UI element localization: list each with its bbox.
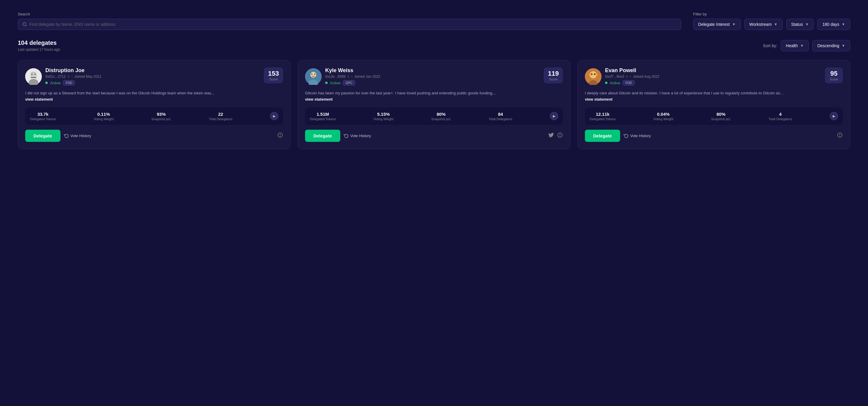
card-name-section: Kyle Weiss 0xc2e...6099 ⎘ • Joined Jan 2… [325, 67, 380, 85]
workstream-tag: FDD [623, 80, 635, 85]
delegates-updated: Last updated 17 hours ago [18, 48, 60, 52]
stat-voting-weight: 5.15% Voting Weight [374, 112, 394, 121]
chevron-down-icon: ▼ [842, 22, 845, 26]
svg-point-5 [31, 72, 36, 78]
search-input-wrap [18, 19, 681, 30]
stat-delegated-tokens: 1.51M Delegated Tokens [310, 112, 336, 121]
filter-dropdowns: Delegate Interest ▼ Workstream ▼ Status … [693, 19, 850, 30]
status-dropdown[interactable]: Status ▼ [786, 19, 814, 30]
discourse-icon[interactable] [837, 132, 843, 140]
score-box: 119 Score [544, 67, 563, 83]
play-button[interactable]: ▶ [830, 112, 838, 120]
delegate-name: Distruption Joe [45, 67, 101, 74]
svg-line-1 [26, 25, 26, 26]
search-section: Search [18, 12, 681, 30]
card-statement: I deeply care about Gitcoin and its miss… [585, 90, 843, 103]
vote-history-button[interactable]: Vote History [344, 133, 371, 138]
sort-direction-dropdown[interactable]: Descending ▼ [812, 40, 850, 51]
chevron-down-icon: ▼ [800, 44, 804, 48]
delegate-interest-dropdown[interactable]: Delegate Interest ▼ [693, 19, 741, 30]
delegates-grid: Distruption Joe 0x01c...2712 ⎘ • Joined … [18, 60, 850, 149]
stat-voting-weight: 0.11% Voting Weight [94, 112, 114, 121]
status-indicator [45, 82, 48, 84]
workstream-dropdown[interactable]: Workstream ▼ [744, 19, 783, 30]
svg-point-12 [311, 74, 312, 75]
search-label: Search [18, 12, 681, 16]
discourse-icon[interactable] [277, 132, 283, 140]
history-icon [64, 133, 69, 138]
address-row: 0x01c...2712 ⎘ • Joined May 2021 [45, 75, 101, 79]
delegate-name: Kyle Weiss [325, 67, 380, 74]
play-button[interactable]: ▶ [270, 112, 278, 120]
copy-icon[interactable]: ⎘ [347, 75, 349, 78]
card-footer: Delegate Vote History [305, 130, 563, 142]
delegates-count: 104 delegates [18, 39, 60, 46]
stats-row: 12.11k Delegated Tokens 0.04% Voting Wei… [585, 108, 843, 125]
card-statement: I did not sign up as a Steward from the … [25, 90, 283, 103]
delegate-address: 0xcf7...9ce3 [605, 75, 624, 79]
status-text: Active [610, 81, 620, 85]
status-indicator [325, 82, 328, 84]
score-label: Score [829, 78, 839, 81]
view-statement-link[interactable]: view statement [305, 97, 333, 102]
stats-row: 1.51M Delegated Tokens 5.15% Voting Weig… [305, 108, 563, 125]
card-header-left: Kyle Weiss 0xc2e...6099 ⎘ • Joined Jan 2… [305, 67, 380, 85]
days-dropdown[interactable]: 180 days ▼ [817, 19, 850, 30]
score-label: Score [548, 78, 559, 81]
card-header: Distruption Joe 0x01c...2712 ⎘ • Joined … [25, 67, 283, 85]
twitter-icon[interactable] [548, 132, 554, 140]
search-icon [22, 22, 27, 27]
delegate-card-evan-powell: Evan Powell 0xcf7...9ce3 ⎘ • Joined Aug … [578, 60, 850, 149]
score-number: 153 [268, 70, 279, 78]
footer-icons [548, 132, 563, 140]
copy-icon[interactable]: ⎘ [626, 75, 628, 78]
delegate-button[interactable]: Delegate [585, 130, 620, 142]
card-statement: Gitcoin has been my passion for over the… [305, 90, 563, 103]
history-icon [344, 133, 349, 138]
avatar [305, 68, 322, 85]
stat-total-delegators: 4 Total Delegators [769, 112, 793, 121]
score-number: 119 [548, 70, 559, 78]
score-box: 95 Score [825, 67, 843, 83]
delegate-address: 0x01c...2712 [45, 75, 66, 79]
view-statement-link[interactable]: view statement [585, 97, 613, 102]
join-date: Joined Aug 2022 [633, 75, 659, 79]
discourse-icon[interactable] [557, 132, 563, 140]
card-footer: Delegate Vote History [585, 130, 843, 142]
vote-history-button[interactable]: Vote History [64, 133, 91, 138]
sort-label: Sort by: [763, 43, 777, 48]
avatar [585, 68, 601, 85]
top-controls: Search Filter by Delegate Interest ▼ Wor… [18, 12, 850, 30]
stat-delegated-tokens: 12.11k Delegated Tokens [590, 112, 616, 121]
stat-voting-weight: 0.04% Voting Weight [653, 112, 674, 121]
stat-snapshot-pct: 80% Snapshot pct. [431, 112, 451, 121]
card-header: Evan Powell 0xcf7...9ce3 ⎘ • Joined Aug … [585, 67, 843, 85]
svg-rect-6 [31, 77, 36, 78]
play-button[interactable]: ▶ [550, 112, 558, 120]
delegates-count-section: 104 delegates Last updated 17 hours ago [18, 39, 60, 52]
view-statement-link[interactable]: view statement [25, 97, 53, 102]
svg-point-8 [34, 74, 36, 75]
delegate-button[interactable]: Delegate [25, 130, 60, 142]
avatar-image [25, 68, 42, 85]
status-row: Active FDD [605, 80, 659, 85]
vote-history-button[interactable]: Vote History [624, 133, 651, 138]
copy-icon[interactable]: ⎘ [68, 75, 70, 78]
search-input[interactable] [29, 22, 677, 27]
status-row: Active GPC [325, 80, 380, 85]
chevron-down-icon: ▼ [732, 22, 736, 26]
score-label: Score [268, 78, 279, 81]
address-row: 0xcf7...9ce3 ⎘ • Joined Aug 2022 [605, 75, 659, 79]
filter-label: Filter by [693, 12, 850, 16]
sort-field-dropdown[interactable]: Health ▼ [781, 40, 809, 51]
svg-point-18 [591, 73, 593, 75]
status-indicator [605, 82, 608, 84]
score-number: 95 [829, 70, 839, 78]
delegate-button[interactable]: Delegate [305, 130, 340, 142]
stats-row: 33.7k Delegated Tokens 0.11% Voting Weig… [25, 108, 283, 125]
delegate-card-kyle-weiss: Kyle Weiss 0xc2e...6099 ⎘ • Joined Jan 2… [298, 60, 570, 149]
avatar-image [305, 68, 322, 85]
chevron-down-icon: ▼ [842, 44, 845, 48]
stat-total-delegators: 22 Total Delegators [209, 112, 233, 121]
chevron-down-icon: ▼ [774, 22, 778, 26]
